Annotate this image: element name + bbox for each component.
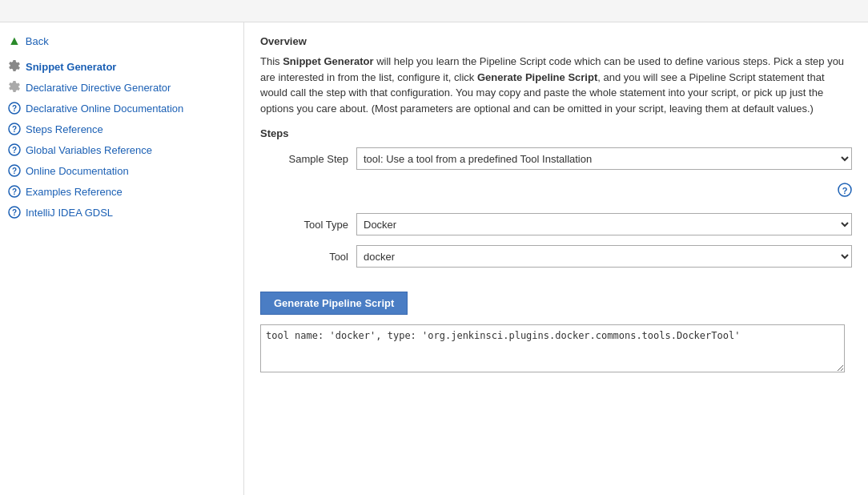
overview-title: Overview [260,35,852,47]
question-icon-global-vars: ? [8,143,21,156]
back-link[interactable]: Back [26,35,49,47]
tool-type-select[interactable]: Docker [356,213,852,235]
svg-text:?: ? [12,125,17,134]
generate-pipeline-script-button[interactable]: Generate Pipeline Script [260,292,408,315]
help-row: ? [260,183,852,200]
sidebar-item-online-docs[interactable]: ? Online Documentation [0,160,243,181]
svg-text:?: ? [842,186,848,195]
generate-button-container: Generate Pipeline Script [260,292,852,324]
question-icon-examples: ? [8,185,21,198]
tool-select[interactable]: docker [356,245,852,268]
sidebar-item-declarative-docs[interactable]: ? Declarative Online Documentation [0,98,243,119]
layout: ▲ Back Snippet Generator Declarative Dir… [0,22,868,495]
tool-type-row: Tool Type Docker [260,213,852,235]
sidebar-label-intellij[interactable]: IntelliJ IDEA GDSL [26,207,113,219]
sidebar-label-examples[interactable]: Examples Reference [26,186,123,198]
sidebar-label-steps-reference[interactable]: Steps Reference [26,123,103,135]
question-icon-online-docs: ? [8,164,21,177]
output-container [260,324,852,375]
steps-section: Steps Sample Step tool: Use a tool from … [260,127,852,170]
main-content: Overview This Snippet Generator will hel… [244,22,868,495]
sidebar-item-declarative-directive[interactable]: Declarative Directive Generator [0,77,243,98]
sample-step-row: Sample Step tool: Use a tool from a pred… [260,147,852,170]
svg-text:?: ? [12,187,17,196]
overview-bold-1: Snippet Generator [283,55,373,67]
sidebar-item-steps-reference[interactable]: ? Steps Reference [0,119,243,139]
sample-step-select[interactable]: tool: Use a tool from a predefined Tool … [356,147,852,170]
overview-bold-2: Generate Pipeline Script [477,71,597,83]
sidebar: ▲ Back Snippet Generator Declarative Dir… [0,22,244,495]
sidebar-label-online-docs[interactable]: Online Documentation [26,165,129,177]
svg-text:?: ? [12,208,17,217]
back-arrow-icon: ▲ [8,34,21,48]
svg-text:?: ? [12,104,17,113]
question-icon-steps: ? [8,123,21,135]
overview-text: This Snippet Generator will help you lea… [260,54,852,116]
sidebar-label-declarative-directive[interactable]: Declarative Directive Generator [26,82,171,94]
gear-icon-snippet [8,60,21,73]
svg-text:?: ? [12,146,17,155]
tool-label: Tool [260,251,356,263]
tool-row: Tool docker [260,245,852,268]
sidebar-label-declarative-docs[interactable]: Declarative Online Documentation [26,103,183,115]
sidebar-item-intellij[interactable]: ? IntelliJ IDEA GDSL [0,202,243,223]
overview-text-1: This [260,55,283,67]
help-icon[interactable]: ? [838,183,852,200]
gear-icon-directive [8,81,21,94]
sidebar-label-global-vars[interactable]: Global Variables Reference [26,144,152,156]
question-icon-intellij: ? [8,206,21,219]
sidebar-label-snippet-generator[interactable]: Snippet Generator [26,61,116,73]
output-textarea[interactable] [260,324,845,372]
sidebar-item-global-vars[interactable]: ? Global Variables Reference [0,139,243,160]
svg-text:?: ? [12,167,17,175]
sidebar-item-examples[interactable]: ? Examples Reference [0,181,243,202]
sample-step-label: Sample Step [260,153,356,165]
question-icon-decl-docs: ? [8,102,21,115]
tool-type-label: Tool Type [260,219,356,231]
steps-title: Steps [260,127,852,139]
back-item[interactable]: ▲ Back [0,29,243,53]
top-bar [0,0,868,22]
sidebar-item-snippet-generator[interactable]: Snippet Generator [0,56,243,77]
